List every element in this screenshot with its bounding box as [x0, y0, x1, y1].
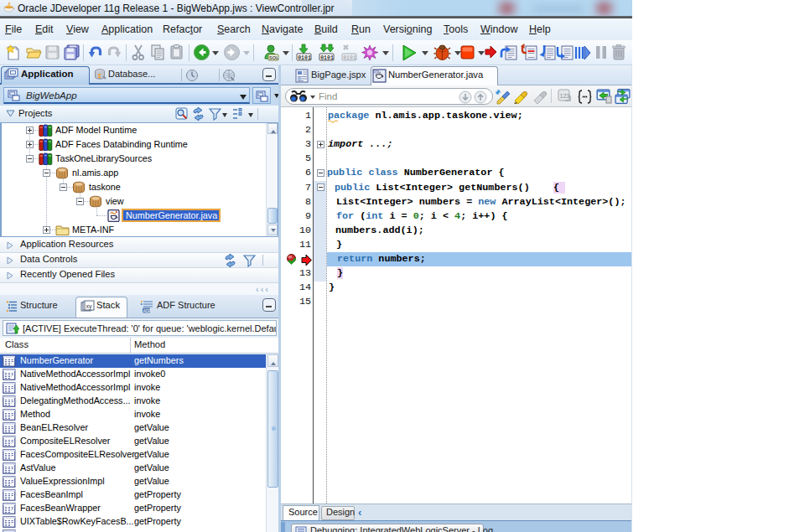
- svg-text:0101: 0101: [298, 55, 311, 61]
- svg-text:0101: 0101: [343, 55, 356, 61]
- svg-text:xy: xy: [86, 303, 93, 310]
- svg-text:SOL: SOL: [269, 55, 279, 60]
- svg-text:23: 23: [375, 71, 378, 75]
- svg-text:0101: 0101: [320, 55, 334, 61]
- svg-text:123: 123: [560, 93, 570, 99]
- svg-text:ADF: ADF: [143, 309, 151, 313]
